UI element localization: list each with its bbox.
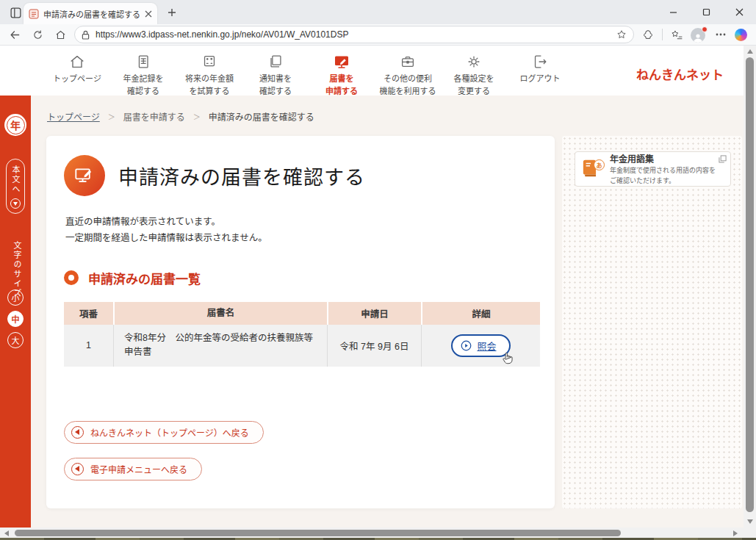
section-title: 申請済みの届書一覧 — [88, 269, 201, 287]
home-icon — [68, 51, 86, 71]
back-arrow-icon — [71, 463, 84, 475]
address-bar[interactable]: https://www3.idpass-net.nenkin.go.jp/nek… — [74, 26, 634, 43]
application-icon — [332, 51, 351, 71]
breadcrumb: トップページ ＞ 届書を申請する ＞ 申請済みの届書を確認する — [47, 110, 314, 123]
right-side-panel: あ 年金用語集 年金制度で使用される用語の内容をご確認いただけます。 — [562, 136, 742, 508]
extension-icon[interactable] — [639, 26, 657, 43]
play-circle-icon — [461, 340, 472, 351]
tab-favicon-icon — [29, 9, 39, 19]
home-icon[interactable] — [51, 26, 69, 43]
column-header: 届書名 — [113, 302, 327, 325]
vertical-scroll-thumb[interactable] — [746, 57, 754, 512]
nenkin-net-logo: ねんきんネット — [636, 65, 724, 83]
estimate-calculator-icon — [201, 51, 218, 71]
breadcrumb-separator: ＞ — [193, 111, 201, 122]
column-header: 項番 — [64, 302, 113, 325]
horizontal-scroll-thumb[interactable] — [15, 530, 621, 536]
page-title-icon — [64, 155, 105, 196]
arrow-down-icon — [10, 198, 21, 209]
column-header: 申請日 — [327, 302, 421, 325]
section-bullet-icon — [64, 270, 79, 285]
nav-label: トップページ — [53, 73, 101, 84]
toolbox-icon — [399, 51, 417, 71]
glossary-description: 年金制度で使用される用語の内容をご確認いただけます。 — [610, 166, 720, 185]
tab-actions-icon[interactable] — [7, 4, 24, 21]
tab-close-icon[interactable] — [145, 10, 152, 18]
description-line: 直近の申請情報が表示されています。 — [65, 215, 539, 231]
horizontal-scrollbar[interactable] — [0, 528, 744, 538]
settings-gear-icon — [465, 51, 483, 71]
bookmark-star-icon[interactable] — [616, 29, 627, 40]
vertical-scrollbar[interactable] — [744, 46, 756, 528]
font-size-large-button[interactable]: 大 — [7, 332, 24, 348]
description-line: 一定期間を経過した申請情報は表示されません。 — [65, 231, 539, 247]
url-text: https://www3.idpass-net.nenkin.go.jp/nek… — [96, 29, 611, 40]
back-icon[interactable] — [6, 26, 24, 43]
utility-sidebar: 年 本文へ 文字のサイズ 小 中 大 — [0, 96, 31, 528]
back-button-label: ねんきんネット（トップページ）へ戻る — [90, 426, 249, 439]
favorites-bar-icon[interactable] — [668, 26, 685, 43]
scroll-left-icon[interactable] — [4, 530, 9, 536]
skip-label: 本文へ — [10, 165, 21, 194]
external-link-icon — [719, 155, 727, 163]
mouse-cursor — [501, 352, 514, 365]
skip-to-content-button[interactable]: 本文へ — [6, 159, 25, 214]
window-controls — [657, 0, 756, 24]
nav-item-estimate[interactable]: 将来の年金額 を試算する — [176, 51, 242, 97]
nav-label: 将来の年金額 — [185, 73, 234, 84]
profile-avatar[interactable] — [691, 26, 707, 43]
detail-cell: 照会 — [421, 325, 540, 367]
breadcrumb-top-page-link[interactable]: トップページ — [47, 110, 100, 123]
site-info-icon[interactable] — [82, 30, 90, 40]
nav-item-top-page[interactable]: トップページ — [44, 51, 110, 86]
tab-strip: 申請済みの届書を確認する — [0, 0, 756, 24]
page-description: 直近の申請情報が表示されています。 一定期間を経過した申請情報は表示されません。 — [65, 215, 539, 247]
application-date: 令和 7年 9月 6日 — [327, 325, 421, 367]
nav-label: 各種設定を — [454, 73, 494, 84]
page-body: 年 本文へ 文字のサイズ 小 中 大 トップページ ＞ 届書を申請する ＞ 申請… — [0, 96, 744, 528]
nav-item-logout[interactable]: ログアウト — [507, 51, 573, 86]
scroll-up-icon[interactable] — [747, 49, 753, 54]
close-button[interactable] — [723, 0, 756, 24]
nav-label: その他の便利 — [384, 73, 432, 84]
column-header: 詳細 — [421, 302, 540, 325]
back-arrow-icon — [71, 426, 84, 439]
copilot-icon[interactable] — [735, 29, 747, 41]
notification-dot — [702, 26, 708, 32]
notice-icon — [267, 51, 284, 71]
scroll-right-icon[interactable] — [733, 530, 738, 536]
nav-item-application[interactable]: 届書を 申請する — [309, 51, 375, 97]
new-tab-button[interactable] — [165, 5, 179, 20]
nav-label: 届書を — [330, 73, 354, 84]
glossary-title: 年金用語集 — [610, 152, 720, 165]
font-size-small-button[interactable]: 小 — [7, 289, 24, 306]
browser-tab[interactable]: 申請済みの届書を確認する — [24, 3, 157, 24]
glossary-book-icon: あ — [580, 158, 604, 180]
site-navigation: トップページ 年金記録を 確認する 将来の年金額 を試算する 通知書を 確認する — [0, 46, 744, 96]
back-button-label: 電子申請メニューへ戻る — [90, 463, 187, 475]
browser-toolbar: https://www3.idpass-net.nenkin.go.jp/nek… — [0, 24, 756, 46]
minimize-button[interactable] — [657, 0, 690, 24]
nav-label: 年金記録を — [123, 73, 164, 84]
nav-item-notice[interactable]: 通知書を 確認する — [242, 51, 309, 97]
font-size-medium-button[interactable]: 中 — [7, 311, 24, 327]
row-number: 1 — [64, 325, 113, 367]
more-menu-icon[interactable] — [712, 26, 730, 43]
main-content-card: 申請済みの届書を確認する 直近の申請情報が表示されています。 一定期間を経過した… — [46, 136, 555, 508]
scroll-down-icon[interactable] — [747, 519, 753, 524]
refresh-icon[interactable] — [29, 26, 46, 43]
application-table: 項番 届書名 申請日 詳細 1 令和8年分 公的年金等の受給者の扶養親族等申告書… — [64, 302, 540, 367]
glossary-magnifier-icon: あ — [594, 159, 605, 170]
nav-item-pension-record[interactable]: 年金記録を 確認する — [110, 51, 176, 97]
browser-window: 申請済みの届書を確認する https://www3.idp — [0, 0, 756, 540]
toolbar-divider — [662, 29, 663, 40]
scrollbar-corner — [744, 528, 756, 538]
inquiry-button[interactable]: 照会 — [451, 334, 510, 357]
breadcrumb-current: 申請済みの届書を確認する — [209, 110, 314, 123]
logo-char: 年 — [10, 118, 21, 132]
inquiry-label: 照会 — [477, 339, 496, 353]
back-to-eapply-menu-button[interactable]: 電子申請メニューへ戻る — [64, 458, 202, 480]
glossary-link-card[interactable]: あ 年金用語集 年金制度で使用される用語の内容をご確認いただけます。 — [575, 151, 731, 187]
maximize-button[interactable] — [690, 0, 723, 24]
back-to-top-page-button[interactable]: ねんきんネット（トップページ）へ戻る — [64, 421, 264, 444]
